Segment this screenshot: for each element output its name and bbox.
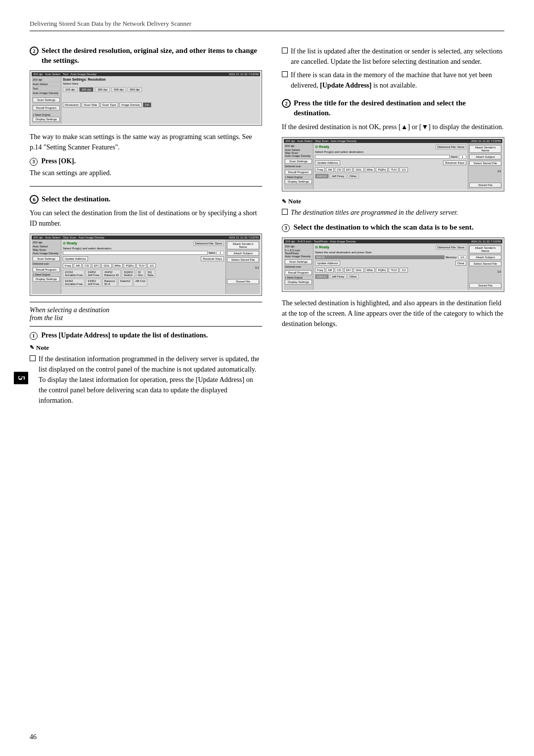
screen3-freq-row: Freq AB CD EFI GHL MNo PQRs TUV 1/1 — [315, 167, 466, 173]
step6-heading: 6 Select the destination. — [30, 194, 262, 204]
right-checkboxes: If the list is updated after the destina… — [282, 46, 504, 91]
screen3-left-panel: 200 dpi Auto Select Skip Scan Auto Image… — [284, 143, 313, 189]
screen3-right-panel: Attach Sender's Name Attach Subject Sele… — [468, 143, 502, 189]
step6-body: You can select the destination from the … — [30, 208, 262, 229]
screen2-main: ⊙ Ready Delivered File: Store Select Pro… — [61, 239, 225, 294]
note2-section: ✎ Note The destination titles are progra… — [282, 197, 504, 218]
screen2-topbar: 200 dpi · Auto Select · Skip Scan · Auto… — [32, 236, 260, 239]
screen4-freq-row: Freq AB CD EFI GHL MNo PQRs TUV 1/1 — [315, 267, 466, 273]
screen2-items1: 22152Annable-Free 33452Jeff Free 43452Ba… — [63, 270, 224, 278]
screen2-mockup: 200 dpi · Auto Select · Skip Scan · Auto… — [30, 234, 262, 296]
screen4-right-panel: Attach Sender's Name Attach Subject Sele… — [468, 243, 502, 290]
when-selecting-box: When selecting a destination from the li… — [30, 302, 262, 327]
screen1-left-panel: 200 dpi Auto Select Tool Auto Image Dens… — [32, 76, 61, 124]
right-step2-heading: 2 Press the title for the desired destin… — [282, 98, 504, 118]
step6-heading-text: Select the destination. — [42, 194, 111, 204]
page-header: Delivering Stored Scan Data by the Netwo… — [30, 20, 504, 31]
step2-heading-text: Select the desired resolution, original … — [42, 46, 262, 65]
screen2-items2: 33452Annable-Free 44452Jeff Free Balance… — [63, 279, 224, 286]
press-update-substep: 1 Press [Update Address] to update the l… — [30, 331, 262, 340]
screen1-mockup: 200 dpi Auto Select Tool Auto Image Dens… — [30, 70, 262, 126]
substep3: 3 Press [OK]. — [30, 157, 262, 166]
right-step2-body: If the desired destination is not OK, pr… — [282, 122, 504, 132]
right-step3-text: Select the destination to which the scan… — [294, 223, 474, 231]
screen2-right-panel: Attach Sender's Name Attach Subject Sele… — [225, 239, 260, 294]
left-column: 2 Select the desired resolution, origina… — [30, 46, 262, 410]
screen2-left-panel: 200 dpi Auto Select Skip Scan Auto Image… — [32, 239, 61, 294]
step2-heading: 2 Select the desired resolution, origina… — [30, 46, 262, 65]
note1-body: If the destination information programme… — [30, 354, 262, 406]
screen3-main: ⊙ Ready Delivered File: Store Select Pro… — [313, 143, 468, 189]
screen1-topbar: 200 dpi Auto Select Tool Auto Image Dens… — [32, 72, 260, 76]
screen1-tab-row: Resolution Scan Side Scan Type Image Den… — [63, 102, 259, 108]
when-text-line2: from the list — [30, 314, 262, 322]
screen3-items: EW113 Jeff Finey Other — [315, 174, 466, 179]
checkbox-item-2: If there is scan data in the memory of t… — [282, 70, 504, 91]
screen4-main: ⊙ Ready Delivered File: Store Select the… — [313, 243, 468, 290]
screen2-freq-row: Freq AB CD EFI GHL MNo PQRs TUV 1/1 — [63, 263, 224, 269]
right-step2-circle: 2 — [282, 99, 291, 108]
note1-section: ✎ Note If the destination information pr… — [30, 344, 262, 406]
step3-body: The selected destination is highlighted,… — [282, 298, 504, 329]
page-number: 46 — [30, 733, 37, 741]
section-number: 5 — [14, 372, 28, 384]
divider1 — [30, 186, 262, 187]
right-column: If the list is updated after the destina… — [282, 46, 504, 410]
note2-title: ✎ Note — [282, 197, 504, 205]
step6-circle: 6 — [30, 195, 39, 204]
screen1-main: Scan Settings: Resolution Select Here 10… — [61, 76, 260, 124]
note2-body: The destination titles are programmed in… — [282, 207, 504, 218]
screen1-dpi-row: 100 dpi 200 dpi 300 dpi 400 dpi 600 dpi — [63, 87, 259, 92]
right-step2-text: Press the title for the desired destinat… — [294, 98, 504, 118]
when-text-line1: When selecting a destination — [30, 306, 262, 314]
screen4-mockup: 200 dpi · 5×8.5 inch · Text/Photo · Auto… — [282, 237, 504, 292]
step2-circle: 2 — [30, 47, 39, 55]
step2-body: The way to make scan settings is the sam… — [30, 132, 262, 152]
note1-title: ✎ Note — [30, 344, 262, 352]
right-step3-heading: 3 Select the destination to which the sc… — [282, 223, 504, 233]
screen3-topbar: 200 dpi · Auto Select · Skip Scan · Auto… — [284, 139, 502, 143]
screen4-topbar: 200 dpi · 5×8.5 inch · Text/Photo · Auto… — [284, 239, 502, 243]
substep3-body: The scan settings are applied. — [30, 168, 262, 178]
screen3-mockup: 200 dpi · Auto Select · Skip Scan · Auto… — [282, 137, 504, 191]
screen4-items: EW113 Jeff Finey Other — [315, 274, 466, 279]
screen4-left-panel: 200 dpi 5 × 8.5 inch Text/Photo Auto Ima… — [284, 243, 313, 290]
checkbox-item-1: If the list is updated after the destina… — [282, 46, 504, 67]
